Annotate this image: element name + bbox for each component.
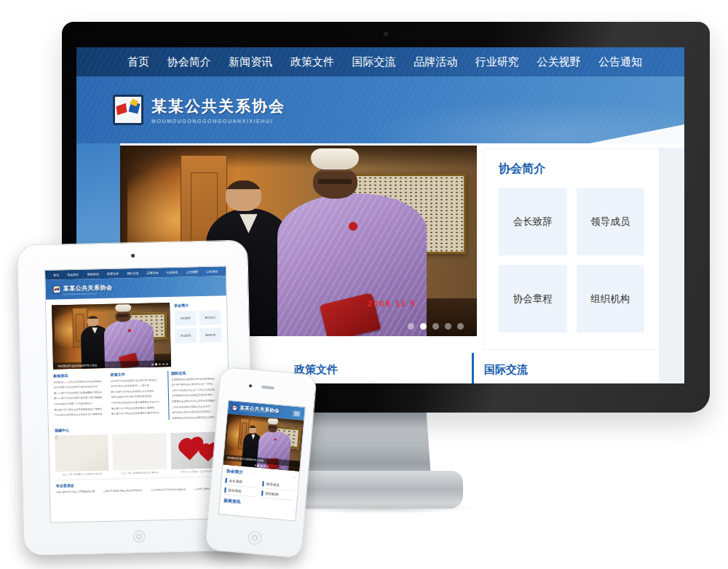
news-link[interactable]: 第七届中国大学生公共关系策划创业大赛举办 (54, 407, 105, 412)
about-link[interactable]: 领导成员 (577, 188, 645, 255)
carousel-dot[interactable] (457, 323, 464, 330)
news-title: 新闻资讯 (53, 373, 104, 378)
carousel-dot[interactable] (162, 363, 165, 365)
carousel-dot[interactable] (445, 323, 451, 330)
policy-link[interactable]: 中国国际公共关系协会第六届理事会名单公示 (111, 400, 162, 405)
nav-item[interactable]: 品牌活动 (146, 271, 158, 274)
policy-link[interactable]: 第七届中国大学生公共关系策划大赛章程 (111, 406, 162, 410)
intl-link[interactable]: 美国中国总商会代表团一行来会访问交流 (171, 388, 222, 392)
policy-link[interactable]: 与时俱进的CIPRA青少年思想教育规划 (111, 395, 162, 399)
carousel-dot[interactable] (155, 363, 157, 365)
news-link[interactable]: CIPRA组织培训第二十九期开班仪式 (54, 402, 105, 406)
committee-link[interactable]: 第七届中国大学生公共关系策划大赛 (56, 490, 95, 494)
policy-link[interactable]: 第七届中国大学生公共关系策划大赛评审办法 (111, 411, 162, 415)
intl-link[interactable]: 美国公共关系学会理事会代表团访华 (172, 405, 223, 409)
nav-item[interactable]: 公关视野 (537, 55, 580, 69)
intl-link[interactable]: 张道翰率团出访欧洲CIPRA成员交流活动 (171, 377, 222, 381)
intl-link[interactable]: 韩国企业公关协会组织双边交流活动 (172, 410, 223, 414)
intl-column: 国际交流 张道翰率团出访欧洲CIPRA成员交流活动意大利中意PR协会资深代表团一… (167, 370, 223, 419)
nav-item[interactable]: 公告通知 (206, 269, 218, 273)
news-title: 新闻资讯 (223, 498, 241, 506)
video-caption: 2017一带一路专题公共关系交流活动掠影 (55, 472, 108, 477)
about-link[interactable]: 会长致辞 (499, 188, 567, 255)
about-link[interactable]: 领导成员 (199, 310, 221, 325)
nav-item[interactable]: 行业研究 (475, 55, 519, 69)
carousel-dot[interactable] (408, 323, 414, 330)
news-link[interactable]: 热烈祝贺——某某公共关系协会年会圆满举办 (53, 380, 104, 384)
right-margin-strip (659, 148, 684, 383)
nav-item[interactable]: 协会简介 (67, 273, 79, 276)
header-swoosh (590, 124, 684, 143)
video-center: 视频中心 2017一带一路专题公共关系交流活动掠影 20 (49, 422, 231, 477)
news-link[interactable]: 第十八届中国公共关系行业最佳案例大赛启动 (54, 391, 105, 395)
phone-home-button (247, 530, 262, 546)
news-link[interactable]: 中国国际公共关系协会会长团赴地方考察调研 (54, 413, 105, 417)
policy-link[interactable]: 2019年中国公共关系行业发展趋势分析报告 (111, 378, 162, 383)
logo-subtitle: MOUMOUGONGGONGGUANXIXIEHUI (151, 119, 285, 124)
carousel-dot[interactable] (432, 323, 439, 330)
nav-item[interactable]: 新闻资讯 (87, 272, 99, 276)
carousel-dot[interactable] (257, 465, 259, 467)
tablet-camera (131, 254, 135, 258)
phone-device: 某某公共关系协会 MOUMOUGONGGONGGUANXIXIEHUI 2008… (205, 367, 317, 559)
about-link[interactable]: 会长致辞 (174, 311, 196, 326)
video-item: 2017一带一路专题书信设计"定"制作品 (112, 433, 167, 475)
about-link[interactable]: 组织机构 (199, 327, 221, 343)
nav-item[interactable]: 行业研究 (167, 271, 178, 274)
carousel-dot[interactable] (166, 363, 168, 365)
news-link[interactable]: 第十八届中国公共关系行业年度人物评选揭晓 (54, 396, 105, 400)
site-logo[interactable]: 某某公共关系协会 MOUMOUGONGGONGGUANXIXIEHUI (113, 95, 285, 125)
logo-title: 某某公共关系协会 (151, 96, 285, 116)
site-logo[interactable]: 某某公共关系协会 MOUMOUGONGGONGGUANXIXIEHUI (52, 283, 112, 295)
about-link[interactable]: 组织机构 (577, 265, 645, 333)
nav-item[interactable]: 首页 (127, 55, 149, 69)
committee-links: 第七届中国大学生公共关系策划大赛部分中等职业学校公关礼仪培训试点CIPRA学术工… (56, 488, 225, 494)
intl-link[interactable]: 意大利中意PR协会资深代表团一行来访 (171, 382, 222, 386)
nav-item[interactable]: 新闻资讯 (229, 55, 272, 69)
carousel-dot[interactable] (261, 465, 263, 467)
nav-item[interactable]: 公关视野 (186, 270, 198, 274)
carousel-dot[interactable] (264, 465, 266, 467)
video-thumbnail[interactable] (112, 433, 166, 471)
video-item: 2017一带一路专题公共关系交流活动掠影 (55, 434, 109, 477)
committee-link[interactable]: CIPRA学术工作委员会专题会议 (151, 488, 186, 492)
nav-item[interactable]: 政策文件 (290, 55, 334, 69)
carousel-dot[interactable] (254, 464, 256, 466)
carousel-dot[interactable] (267, 466, 269, 468)
nav-item[interactable]: 国际交流 (352, 55, 396, 69)
about-link[interactable]: 协会章程 (175, 328, 197, 343)
policy-link[interactable]: 第十五届中国国际公共关系大会在京举办 (111, 389, 162, 394)
logo-subtitle: MOUMOUGONGGONGGUANXIXIEHUI (63, 292, 113, 295)
carousel-dot[interactable] (420, 323, 427, 330)
intl-link[interactable]: 东盟青年企业家协会代表团来访交流座谈 (172, 399, 223, 403)
nav-item[interactable]: 政策文件 (107, 271, 119, 275)
committee-link[interactable]: 部分中等职业学校公关礼仪培训试点 (103, 489, 143, 493)
phone-screen: 某某公共关系协会 MOUMOUGONGGONGGUANXIXIEHUI 2008… (218, 400, 306, 522)
carousel-dot[interactable] (151, 363, 154, 365)
video-thumbnail[interactable] (55, 434, 108, 472)
webcam-dot (384, 31, 389, 36)
policy-link[interactable]: 2019年中国公共关系行业发展趋势分析报告 (294, 383, 460, 383)
policy-link[interactable]: CIPRA关于公共关系条例——修订版 (111, 383, 162, 388)
chevron-right-icon[interactable]: › (293, 474, 296, 480)
hero-carousel: 2008 11 5 李政魁会长会见马里海外华人协会 (52, 303, 171, 370)
intl-link[interactable]: 张道翰率团出访欧洲CIPRA成员交流活动 (484, 383, 659, 383)
carousel-dots (408, 323, 464, 330)
news-column: 新闻资讯 热烈祝贺——某某公共关系协会年会圆满举办2021年度中国公共关系行业发… (53, 373, 106, 422)
nav-item[interactable]: 公告通知 (598, 55, 642, 69)
nav-item[interactable]: 品牌活动 (414, 55, 457, 69)
nav-item[interactable]: 协会简介 (167, 55, 211, 69)
policy-column: 政策文件 2019年中国公共关系行业发展趋势分析报告CIPRA关于公共关系条例—… (294, 353, 460, 383)
news-link[interactable]: 2021年度中国公共关系行业发展报告发布 (54, 385, 105, 389)
nav-item[interactable]: 首页 (53, 273, 59, 276)
website-phone: 某某公共关系协会 MOUMOUGONGGONGGUANXIXIEHUI 2008… (219, 401, 305, 521)
intl-link[interactable]: 英国西敏寺国际公关学院交流合作签约 (172, 394, 223, 398)
about-title: 协会简介 (226, 468, 243, 476)
about-link[interactable]: 协会章程 (499, 265, 567, 333)
carousel-dot[interactable] (159, 363, 161, 365)
committee-title: 专业委员会 (56, 480, 225, 488)
nav-item[interactable]: 国际交流 (127, 271, 138, 275)
photo-timestamp: 2008 11 5 (368, 299, 416, 308)
hamburger-menu-icon[interactable] (293, 410, 301, 417)
monitor-stand (307, 407, 431, 477)
